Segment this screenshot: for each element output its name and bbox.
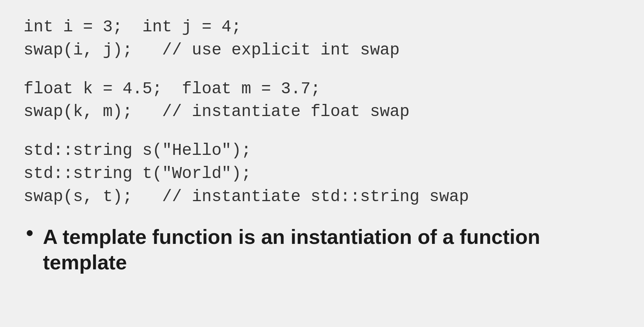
bullet-symbol: •	[24, 223, 36, 247]
main-content: int i = 3; int j = 4; swap(i, j); // use…	[24, 16, 620, 275]
code-line-int-1: int i = 3; int j = 4;	[24, 16, 620, 39]
code-line-float-1: float k = 4.5; float m = 3.7;	[24, 78, 620, 101]
bullet-item: • A template function is an instantiatio…	[24, 224, 620, 275]
code-line-int-2: swap(i, j); // use explicit int swap	[24, 39, 620, 62]
code-line-string-3: swap(s, t); // instantiate std::string s…	[24, 185, 620, 209]
code-line-string-2: std::string t("World");	[24, 162, 620, 185]
code-block-int: int i = 3; int j = 4; swap(i, j); // use…	[24, 16, 620, 62]
code-line-float-2: swap(k, m); // instantiate float swap	[24, 100, 620, 124]
code-line-string-1: std::string s("Hello");	[24, 139, 620, 162]
code-block-string: std::string s("Hello"); std::string t("W…	[24, 139, 620, 208]
bullet-text: A template function is an instantiation …	[43, 224, 620, 275]
code-block-float: float k = 4.5; float m = 3.7; swap(k, m)…	[24, 78, 620, 124]
